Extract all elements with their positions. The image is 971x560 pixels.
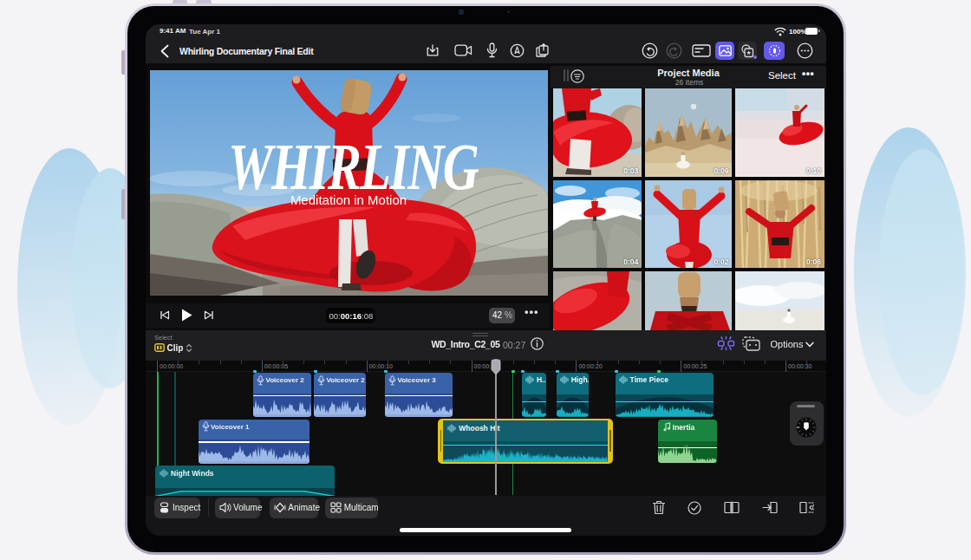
svg-text:Meditation in Motion: Meditation in Motion: [290, 192, 406, 207]
